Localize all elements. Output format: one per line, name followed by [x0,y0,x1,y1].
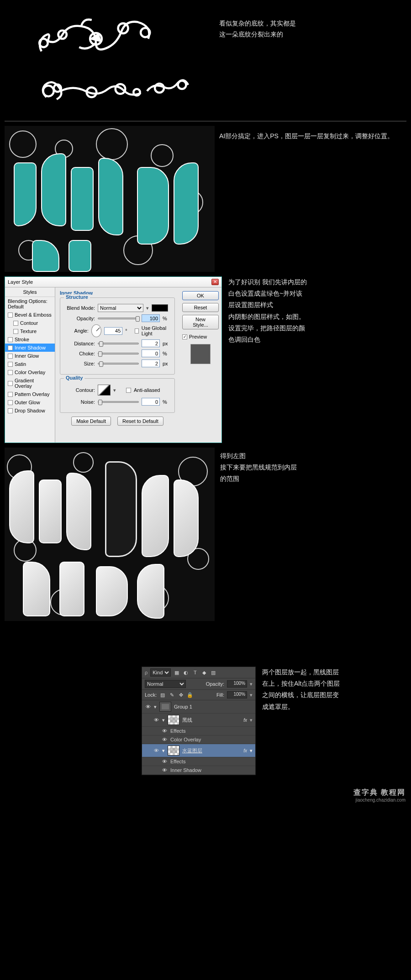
lock-move-icon[interactable]: ✥ [178,692,184,698]
lock-trans-icon[interactable]: ▨ [159,692,166,698]
style-label: Gradient Overlay [15,378,52,389]
style-label: Bevel & Emboss [15,312,52,318]
eye-icon[interactable]: 👁 [161,737,168,742]
layer-item[interactable]: 👁 ▾ 黑线 fx▾ [142,714,255,727]
reset-default-button[interactable]: Reset to Default [117,417,163,426]
contour-swatch[interactable] [98,385,111,396]
angle-input[interactable] [104,327,122,335]
fx-badge[interactable]: fx [243,748,247,753]
style-checkbox[interactable] [13,329,18,334]
layer-effect-item[interactable]: 👁 Color Overlay [142,735,255,744]
noise-input[interactable] [142,398,160,406]
opacity-slider[interactable] [98,318,139,319]
layers-caption: 两个图层放一起，黑线图层 在上，按住Alt点击两个图层 之间的横线，让底层图层变… [256,667,406,775]
style-item[interactable]: ✓Inner Shadow [5,344,55,352]
style-label: Stroke [15,337,29,342]
style-item[interactable]: Contour [5,319,55,327]
choke-label: Choke: [64,351,95,356]
filter-smart-icon[interactable]: ▥ [210,669,216,676]
lock-all-icon[interactable]: 🔒 [187,692,193,698]
style-item[interactable]: Satin [5,360,55,368]
layer-thumb [168,745,179,756]
styles-header[interactable]: Styles [5,287,55,297]
style-checkbox[interactable] [8,313,13,318]
style-checkbox[interactable] [8,370,13,375]
preview-checkbox[interactable]: ✓ [182,334,187,339]
close-icon[interactable]: ✕ [211,279,219,285]
style-checkbox[interactable] [8,400,13,405]
style-checkbox[interactable] [8,408,13,413]
style-checkbox[interactable] [8,354,13,359]
filter-adjust-icon[interactable]: ◐ [183,669,189,676]
style-item[interactable]: Pattern Overlay [5,390,55,398]
layer-label[interactable]: 黑线 [182,717,192,724]
quality-fieldset: Quality Contour: ▾ Anti-aliased Noise: % [60,378,175,413]
layer-effect-item[interactable]: 👁 Inner Shadow [142,766,255,775]
eye-icon[interactable]: 👁 [161,767,168,773]
eye-icon[interactable]: 👁 [153,748,159,753]
style-checkbox[interactable] [8,362,13,367]
style-label: Color Overlay [15,370,45,375]
distance-input[interactable] [142,339,160,347]
style-item[interactable]: Stroke [5,335,55,344]
layer-label[interactable]: 水蓝图层 [182,747,202,754]
layers-opacity-label: Opacity: [206,681,224,687]
choke-slider[interactable] [98,353,139,354]
style-item[interactable]: Gradient Overlay [5,376,55,390]
shadow-color-swatch[interactable] [152,304,168,312]
ok-button[interactable]: OK [182,291,219,300]
layers-fill-input[interactable]: 100% [227,691,247,699]
effect-label: Inner Shadow [170,767,201,773]
distance-slider[interactable] [98,343,139,344]
layers-kind-select[interactable]: Kind [150,668,171,677]
opacity-label: Opacity: [64,316,95,321]
antialias-checkbox[interactable] [126,388,131,393]
eye-icon[interactable]: 👁 [161,728,168,734]
noise-slider[interactable] [98,401,139,403]
use-global-checkbox[interactable] [135,328,139,334]
layer-effects[interactable]: 👁 Effects [142,757,255,766]
new-style-button[interactable]: New Style... [182,315,219,329]
style-item[interactable]: Outer Glow [5,398,55,407]
filter-image-icon[interactable]: ▦ [174,669,180,676]
unit-px: px [163,361,171,366]
layer-effects[interactable]: 👁 Effects [142,727,255,735]
style-checkbox[interactable]: ✓ [8,345,13,350]
layer-style-caption: 为了好识别 我们先讲内层的 白色设置成蓝绿色~并对该 层设置图层样式 内阴影的图… [222,276,406,443]
preview-label: Preview [189,334,207,339]
size-slider[interactable] [98,363,139,365]
style-checkbox[interactable] [13,321,18,326]
filter-shape-icon[interactable]: ◆ [201,669,207,676]
style-item[interactable]: Inner Glow [5,352,55,360]
style-item[interactable]: Texture [5,327,55,335]
angle-dial[interactable] [91,324,102,337]
style-item[interactable]: Bevel & Emboss [5,311,55,319]
fx-badge[interactable]: fx [243,718,247,723]
eye-icon[interactable]: 👁 [145,704,151,709]
dialog-titlebar[interactable]: Layer Style ✕ [5,277,221,287]
layers-opacity-input[interactable]: 100% [227,680,247,688]
layer-label[interactable]: Group 1 [174,704,192,709]
teal-sample-section: AI部分搞定，进入PS，图层一层一层复制过来，调整好位置。 [5,126,406,276]
layer-group[interactable]: 👁 ▾ Group 1 [142,700,255,714]
make-default-button[interactable]: Make Default [71,417,111,426]
lock-paint-icon[interactable]: ✎ [169,692,175,698]
eye-icon[interactable]: 👁 [161,759,168,764]
layers-filter-row: ρ Kind ▦ ◐ T ◆ ▥ [142,667,255,678]
layer-item[interactable]: 👁 ▾ 水蓝图层 fx▾ [142,744,255,757]
eye-icon[interactable]: 👁 [153,717,159,723]
opacity-input[interactable] [142,314,160,322]
choke-input[interactable] [142,349,160,357]
layers-blend-select[interactable]: Normal [145,680,186,688]
style-checkbox[interactable] [8,337,13,342]
blend-mode-select[interactable]: Normal [98,304,143,312]
style-item[interactable]: Color Overlay [5,368,55,376]
style-item[interactable]: Drop Shadow [5,407,55,415]
filter-type-icon[interactable]: T [192,669,198,676]
style-item[interactable]: Blending Options: Default [5,297,55,311]
size-input[interactable] [142,360,160,367]
reset-button[interactable]: Reset [182,303,219,312]
effects-label: Effects [170,759,185,764]
style-checkbox[interactable] [8,381,13,386]
style-checkbox[interactable] [8,392,13,397]
